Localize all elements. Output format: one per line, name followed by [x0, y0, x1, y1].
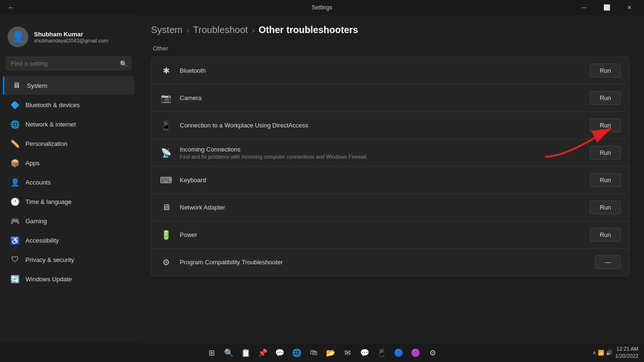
sidebar-item-update[interactable]: 🔄 Windows Update	[3, 269, 134, 288]
run-button-camera[interactable]: Run	[590, 91, 621, 105]
breadcrumb-system[interactable]: System	[151, 25, 183, 35]
sidebar-profile: 👤 Shubham Kumar shubhamdayal2043@gmail.c…	[0, 21, 137, 57]
sidebar-item-system[interactable]: 🖥 System	[3, 76, 134, 95]
sidebar-item-privacy[interactable]: 🛡 Privacy & security	[3, 250, 134, 269]
search-input[interactable]	[6, 57, 131, 70]
taskbar-taskview-icon[interactable]: 📋	[238, 345, 253, 360]
troubleshooter-row-keyboard: ⌨ Keyboard Run	[151, 167, 629, 194]
sidebar-icon-system: 🖥	[12, 81, 21, 90]
run-button-power[interactable]: Run	[590, 228, 621, 242]
troubleshooter-icon-camera: 📷	[160, 92, 172, 104]
sidebar-item-apps[interactable]: 📦 Apps	[3, 153, 134, 172]
sidebar-label-apps: Apps	[25, 160, 40, 167]
back-icon: ←	[8, 3, 15, 12]
taskbar-whatsapp-icon[interactable]: 📱	[374, 345, 389, 360]
troubleshooter-name-bluetooth: Bluetooth	[180, 67, 582, 74]
troubleshooter-icon-power: 🔋	[160, 229, 172, 241]
sidebar-item-personalization[interactable]: ✏️ Personalization	[3, 134, 134, 153]
sidebar-label-personalization: Personalization	[25, 140, 67, 147]
minimize-button[interactable]: ─	[573, 0, 595, 15]
run-button-incoming[interactable]: Run	[590, 146, 621, 160]
sidebar-icon-gaming: 🎮	[10, 216, 20, 226]
troubleshooter-icon-incoming: 📡	[160, 147, 172, 159]
search-icon: 🔍	[120, 60, 127, 67]
troubleshooter-row-power: 🔋 Power Run	[151, 221, 629, 249]
sidebar-item-accounts[interactable]: 👤 Accounts	[3, 173, 134, 192]
taskbar-store-icon[interactable]: 🛍	[306, 345, 321, 360]
taskbar-settings-icon[interactable]: ⚙	[425, 345, 440, 360]
taskbar-sys-tray: ∧ 📶 🔊	[593, 350, 612, 356]
troubleshooter-name-power: Power	[180, 231, 582, 238]
sidebar-label-accessibility: Accessibility	[25, 237, 59, 244]
run-button-program[interactable]: —	[595, 255, 621, 269]
troubleshooter-icon-directaccess: 📱	[160, 119, 172, 132]
taskbar-explorer-icon[interactable]: 📂	[323, 345, 338, 360]
taskbar-time: 12:21 AM 1/20/2022	[615, 345, 638, 360]
breadcrumb-sep-1: ›	[186, 25, 190, 35]
sidebar-icon-accessibility: ♿	[10, 236, 20, 245]
taskbar-mail-icon[interactable]: ✉	[340, 345, 355, 360]
troubleshooter-name-incoming: Incoming Connections	[180, 146, 582, 153]
breadcrumb: System › Troubleshoot › Other troublesho…	[151, 25, 630, 35]
sidebar-item-bluetooth[interactable]: 🔷 Bluetooth & devices	[3, 95, 134, 114]
troubleshooter-list: ✱ Bluetooth Run 📷 Camera Run 📱 Connectio…	[151, 57, 630, 276]
taskbar-chrome-icon[interactable]: 🔵	[391, 345, 406, 360]
sidebar-icon-personalization: ✏️	[10, 139, 20, 148]
sidebar-icon-time: 🕐	[10, 197, 20, 206]
taskbar-date: 1/20/2022	[615, 353, 638, 360]
taskbar-search-icon[interactable]: 🔍	[221, 345, 236, 360]
troubleshooter-info-directaccess: Connection to a Workplace Using DirectAc…	[180, 122, 582, 129]
troubleshooter-name-camera: Camera	[180, 94, 582, 101]
sidebar-label-bluetooth: Bluetooth & devices	[25, 101, 80, 109]
maximize-button[interactable]: ⬜	[596, 0, 618, 15]
sidebar-icon-privacy: 🛡	[10, 255, 20, 264]
taskbar-widgets-icon[interactable]: 📌	[255, 345, 270, 360]
troubleshooter-info-program: Program Compatibility Troubleshooter	[180, 259, 587, 266]
sidebar-item-gaming[interactable]: 🎮 Gaming	[3, 211, 134, 230]
troubleshooter-row-bluetooth: ✱ Bluetooth Run	[151, 57, 629, 84]
troubleshooter-name-program: Program Compatibility Troubleshooter	[180, 259, 587, 266]
sidebar-label-system: System	[27, 82, 47, 89]
sidebar-icon-accounts: 👤	[10, 177, 20, 187]
run-button-bluetooth[interactable]: Run	[590, 64, 621, 77]
back-button[interactable]: ←	[4, 1, 19, 14]
troubleshooter-info-incoming: Incoming Connections Find and fix proble…	[180, 146, 582, 160]
sidebar-label-privacy: Privacy & security	[25, 256, 74, 263]
content-area: System › Troubleshoot › Other troublesho…	[137, 15, 644, 286]
troubleshooter-icon-bluetooth: ✱	[160, 65, 172, 77]
sidebar-item-accessibility[interactable]: ♿ Accessibility	[3, 231, 134, 250]
run-button-network[interactable]: Run	[590, 201, 621, 214]
troubleshooter-info-camera: Camera	[180, 94, 582, 101]
troubleshooter-row-network: 🖥 Network Adapter Run	[151, 194, 629, 221]
troubleshooter-info-keyboard: Keyboard	[180, 177, 582, 184]
breadcrumb-troubleshoot[interactable]: Troubleshoot	[193, 25, 248, 35]
run-button-keyboard[interactable]: Run	[590, 173, 621, 187]
sidebar-item-time[interactable]: 🕐 Time & language	[3, 192, 134, 211]
profile-info: Shubham Kumar shubhamdayal2043@gmail.com	[34, 31, 108, 43]
sidebar-item-network[interactable]: 🌐 Network & internet	[3, 115, 134, 134]
troubleshooter-desc-incoming: Find and fix problems with incoming comp…	[180, 154, 582, 160]
taskbar-clock: 12:21 AM	[615, 345, 638, 353]
sidebar-label-gaming: Gaming	[25, 218, 47, 225]
taskbar-edge-icon[interactable]: 🌐	[289, 345, 304, 360]
content-wrapper: System › Troubleshoot › Other troublesho…	[137, 15, 644, 343]
troubleshooter-info-power: Power	[180, 231, 582, 238]
troubleshooter-row-camera: 📷 Camera Run	[151, 84, 629, 112]
taskbar-teams2-icon[interactable]: 🟣	[408, 345, 423, 360]
troubleshooter-info-bluetooth: Bluetooth	[180, 67, 582, 74]
run-button-directaccess[interactable]: Run	[590, 118, 621, 132]
troubleshooter-name-directaccess: Connection to a Workplace Using DirectAc…	[180, 122, 582, 129]
titlebar-title: Settings	[312, 4, 332, 11]
breadcrumb-sep-2: ›	[251, 25, 255, 35]
troubleshooter-info-network: Network Adapter	[180, 204, 582, 211]
taskbar-teams-icon[interactable]: 💬	[272, 345, 287, 360]
taskbar: ⊞ 🔍 📋 📌 💬 🌐 🛍 📂 ✉ 💬 📱 🔵 🟣 ⚙ ∧ 📶 🔊 12:21 …	[0, 343, 644, 362]
taskbar-skype-icon[interactable]: 💬	[357, 345, 372, 360]
sidebar-icon-apps: 📦	[10, 158, 20, 168]
titlebar-controls: ─ ⬜ ✕	[573, 0, 640, 15]
titlebar: ← Settings ─ ⬜ ✕	[0, 0, 644, 15]
close-button[interactable]: ✕	[619, 0, 640, 15]
sidebar-icon-update: 🔄	[10, 274, 20, 284]
taskbar-start-icon[interactable]: ⊞	[204, 345, 219, 360]
troubleshooter-name-network: Network Adapter	[180, 204, 582, 211]
